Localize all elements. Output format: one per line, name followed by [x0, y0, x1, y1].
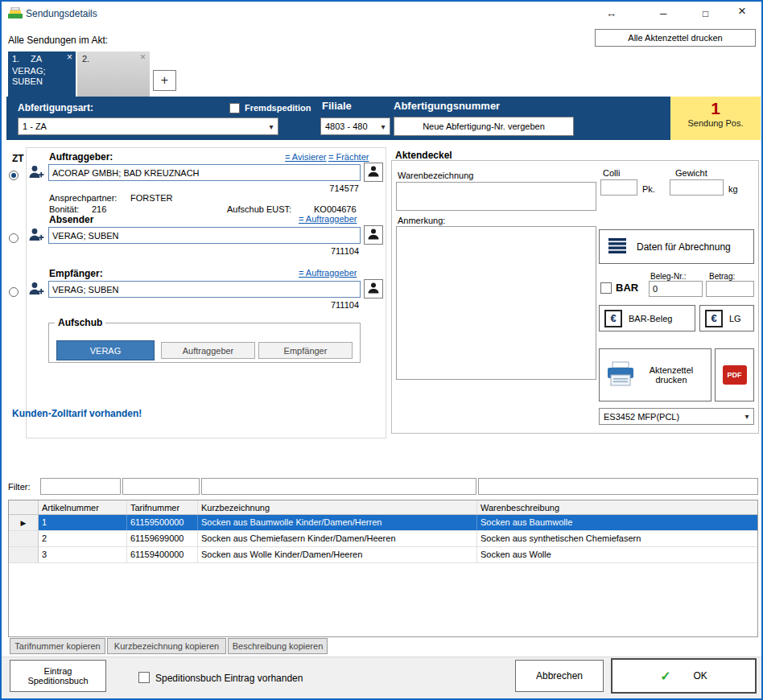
aufschub-auftraggeber-label: Auftraggeber [183, 346, 234, 356]
zt-radio-absender[interactable] [9, 233, 19, 243]
filter-artikelnummer-input[interactable] [40, 478, 121, 495]
kg-label: kg [728, 184, 738, 194]
sendungsdetails-window: Sendungsdetails ↔ – □ × Alle Sendungen i… [0, 0, 763, 700]
speditionsbuch-checkbox[interactable] [138, 672, 150, 683]
tab-shipment-2[interactable]: 2. × [77, 51, 150, 97]
warenbezeichnung-label: Warenbezeichnung [398, 171, 473, 180]
cell-tarifnummer: 61159699000 [127, 531, 198, 546]
empfaenger-auftraggeber-link[interactable]: = Auftraggeber [299, 268, 357, 278]
tab2-close-icon[interactable]: × [140, 51, 146, 63]
close-button[interactable]: × [738, 4, 746, 19]
filiale-select[interactable]: 4803 - 480 ▾ [320, 117, 390, 135]
copy-beschreibung-button[interactable]: Beschreibung kopieren [228, 638, 328, 654]
zt-column-label: ZT [12, 153, 24, 164]
tab1-line3: SUBEN [12, 76, 43, 86]
lg-label: LG [729, 314, 741, 323]
aufschub-auftraggeber-button[interactable]: Auftraggeber [161, 342, 255, 359]
filiale-label: Filiale [322, 100, 352, 112]
add-tab-button[interactable]: + [153, 70, 176, 91]
filter-label: Filter: [8, 482, 31, 492]
lg-button[interactable]: € LG [699, 305, 754, 331]
resize-icon[interactable]: ↔ [606, 6, 617, 21]
column-header-artikelnummer[interactable]: Artikelnummer [39, 500, 127, 514]
tab-shipment-1[interactable]: 1. ZA × VERAG; SUBEN [8, 51, 76, 97]
auftraggeber-label: Auftraggeber: [49, 151, 113, 163]
filter-kurzbezeichnung-input[interactable] [201, 478, 476, 495]
ok-button[interactable]: ✓ OK [611, 658, 757, 694]
bonitaet-label: Bonität: [49, 204, 79, 214]
bar-checkbox[interactable] [600, 282, 612, 294]
abbrechen-button[interactable]: Abbrechen [515, 660, 604, 692]
minimize-button[interactable]: – [660, 6, 666, 20]
gewicht-label: Gewicht [675, 168, 707, 178]
colli-input[interactable] [600, 179, 637, 196]
absender-add-contact-icon[interactable] [28, 227, 44, 245]
column-header-kurzbezeichnung[interactable]: Kurzbezeichnung [198, 500, 477, 514]
avisierer-link[interactable]: = Avisierer [285, 152, 326, 162]
cell-warenbeschreibung: Socken aus Baumwolle [477, 515, 757, 530]
bonitaet-value: 216 [92, 204, 106, 214]
neue-abfertigungsnummer-label: Neue Abfertigung-Nr. vergeben [423, 121, 545, 131]
gewicht-input[interactable] [670, 179, 724, 196]
absender-input[interactable] [48, 227, 361, 244]
pdf-button[interactable]: PDF [715, 348, 754, 401]
printer-select[interactable]: ES3452 MFP(PCL) ▾ [599, 408, 754, 425]
abfertigungsart-select[interactable]: 1 - ZA ▾ [18, 117, 278, 135]
table-row[interactable]: 2 61159699000 Socken aus Chemiefasern Ki… [9, 531, 757, 547]
empfaenger-add-contact-icon[interactable] [28, 281, 44, 299]
print-all-aktenzettel-button[interactable]: Alle Aktenzettel drucken [595, 29, 756, 47]
bar-beleg-button[interactable]: € BAR-Beleg [599, 305, 695, 331]
copy-kurzbezeichnung-button[interactable]: Kurzbezeichnung kopieren [107, 638, 226, 654]
fremdspedition-label: Fremdspedition [245, 103, 311, 113]
column-header-tarifnummer[interactable]: Tarifnummer [127, 500, 198, 514]
warenbezeichnung-input[interactable] [396, 182, 596, 211]
maximize-button[interactable]: □ [703, 6, 708, 21]
auftraggeber-add-contact-icon[interactable] [28, 164, 44, 182]
aktenzettel-drucken-button[interactable]: Aktenzettel drucken [599, 348, 711, 401]
euro-icon: € [705, 310, 723, 327]
daten-fuer-abrechnung-button[interactable]: Daten für Abrechnung [599, 229, 754, 264]
cell-kurzbezeichnung: Socken aus Chemiefasern Kinder/Damen/Hee… [198, 531, 477, 546]
fremdspedition-checkbox[interactable] [229, 103, 240, 113]
fraechter-link[interactable]: = Frächter [328, 152, 369, 162]
abfertigungsart-label: Abfertigungsart: [18, 102, 93, 113]
empfaenger-contact-lookup-button[interactable] [364, 279, 383, 299]
empfaenger-label: Empfänger: [49, 268, 103, 279]
table-row[interactable]: 3 61159400000 Socken aus Wolle Kinder/Da… [9, 547, 757, 563]
row-selector-header [9, 500, 39, 514]
ok-check-icon: ✓ [660, 669, 670, 684]
aufschub-empfaenger-button[interactable]: Empfänger [258, 342, 353, 359]
abbrechen-label: Abbrechen [536, 670, 583, 681]
copy-tarifnummer-button[interactable]: Tarifnummer kopieren [10, 638, 105, 654]
filiale-value: 4803 - 480 [321, 121, 377, 131]
beleg-nr-input[interactable] [649, 281, 703, 297]
tab1-close-icon[interactable]: × [67, 51, 72, 63]
empfaenger-input[interactable] [48, 281, 361, 298]
table-row[interactable]: ▶ 1 61159500000 Socken aus Baumwolle Kin… [9, 515, 757, 531]
anmerkung-textarea[interactable] [396, 226, 596, 380]
empfaenger-number: 711104 [299, 300, 359, 310]
absender-contact-lookup-button[interactable] [364, 225, 383, 245]
absender-label: Absender [49, 214, 93, 225]
auftraggeber-contact-lookup-button[interactable] [364, 163, 383, 182]
zt-radio-empfaenger[interactable] [9, 287, 19, 297]
article-table: Artikelnummer Tarifnummer Kurzbezeichnun… [8, 500, 758, 637]
zt-radio-auftraggeber[interactable] [9, 171, 19, 180]
eintrag-speditionsbuch-button[interactable]: Eintrag Speditionsbuch [10, 660, 106, 692]
title-bar: Sendungsdetails ↔ – □ × [2, 2, 761, 26]
betrag-input[interactable] [706, 281, 754, 297]
tab1-type: ZA [31, 54, 42, 64]
auftraggeber-input[interactable] [48, 164, 361, 181]
absender-auftraggeber-link[interactable]: = Auftraggeber [299, 214, 357, 224]
plus-icon: + [161, 73, 168, 88]
cell-warenbeschreibung: Socken aus synthetischen Chemiefasern [477, 531, 757, 546]
cell-warenbeschreibung: Socken aus Wolle [477, 547, 757, 562]
aufschub-verag-button[interactable]: VERAG [56, 340, 155, 360]
filter-warenbeschreibung-input[interactable] [478, 478, 758, 495]
print-all-label: Alle Aktenzettel drucken [628, 33, 722, 43]
window-title: Sendungsdetails [26, 8, 97, 19]
column-header-warenbeschreibung[interactable]: Warenbeschreibung [477, 500, 757, 514]
filter-tarifnummer-input[interactable] [122, 478, 200, 495]
cell-artikelnummer: 3 [39, 547, 127, 562]
neue-abfertigungsnummer-button[interactable]: Neue Abfertigung-Nr. vergeben [394, 117, 574, 136]
